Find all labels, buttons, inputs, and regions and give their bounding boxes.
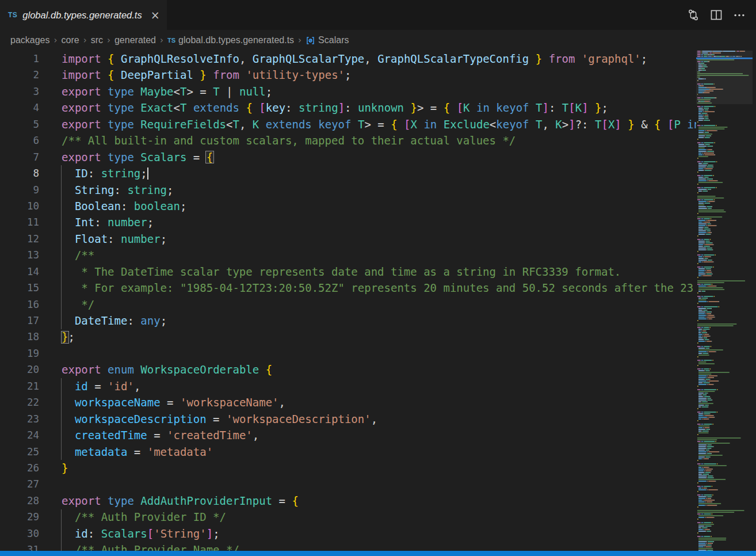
line-number[interactable]: 4 (0, 100, 39, 116)
code-line-4[interactable]: 4export type Exact<T extends { [key: str… (0, 100, 696, 116)
code-token: K (253, 118, 259, 131)
line-number[interactable]: 11 (0, 214, 39, 230)
split-editor-icon[interactable] (709, 7, 724, 22)
code-line-26[interactable]: 26} (0, 460, 696, 476)
code-line-14[interactable]: 14 * The DateTime scalar type represents… (0, 264, 696, 280)
code-line-24[interactable]: 24 createdTime = 'createdTime', (0, 427, 696, 443)
code-token: ; (147, 216, 154, 229)
more-actions-icon[interactable] (732, 7, 747, 22)
symbol-type-icon (306, 36, 315, 45)
code-line-17[interactable]: 17 DateTime: any; (0, 313, 696, 329)
code-token: keyof (318, 118, 351, 131)
code-line-19[interactable]: 19 (0, 345, 696, 361)
line-number[interactable]: 1 (0, 51, 39, 67)
line-number[interactable]: 5 (0, 116, 39, 132)
code-token: < (174, 101, 180, 114)
code-line-18[interactable]: 18}; (0, 329, 696, 345)
code-line-25[interactable]: 25 metadata = 'metadata' (0, 444, 696, 460)
code-line-22[interactable]: 22 workspaceName = 'workspaceName', (0, 394, 696, 410)
line-number[interactable]: 28 (0, 493, 39, 509)
code-token: keyof (496, 118, 529, 131)
code-token: { (108, 68, 114, 81)
breadcrumb-item-generated[interactable]: generated (114, 35, 156, 45)
line-number[interactable]: 13 (0, 247, 39, 263)
line-number[interactable]: 15 (0, 280, 39, 296)
close-icon[interactable]: × (151, 10, 160, 21)
code-token: , (239, 118, 253, 131)
code-token: export (62, 85, 101, 98)
code-line-15[interactable]: 15 * For example: "1985-04-12T23:20:50.5… (0, 280, 696, 296)
code-line-16[interactable]: 16 */ (0, 296, 696, 313)
code-line-6[interactable]: 6/** All built-in and custom scalars, ma… (0, 132, 696, 148)
code-line-9[interactable]: 9 String: string; (0, 182, 696, 198)
code-line-29[interactable]: 29 /** Auth Provider ID */ (0, 509, 696, 525)
line-number[interactable]: 3 (0, 83, 39, 100)
line-text: export type RequireFields<T, K extends k… (62, 116, 696, 132)
line-number[interactable]: 22 (0, 394, 39, 410)
code-line-30[interactable]: 30 id: Scalars['String']; (0, 525, 696, 542)
code-token (114, 68, 121, 81)
tab-global-db-types-generated[interactable]: TS global.db.types.generated.ts × (0, 0, 167, 30)
code-line-23[interactable]: 23 workspaceDescription = 'workspaceDesc… (0, 411, 696, 427)
code-token (589, 101, 595, 114)
code-line-27[interactable]: 27 (0, 476, 696, 492)
line-number[interactable]: 26 (0, 460, 39, 476)
minimap[interactable] (696, 51, 753, 551)
breadcrumb-item-core[interactable]: core (62, 35, 79, 45)
line-number[interactable]: 18 (0, 329, 39, 345)
breadcrumb-label: core (62, 35, 79, 45)
line-number[interactable]: 7 (0, 149, 39, 165)
line-number[interactable]: 29 (0, 509, 39, 525)
line-text: Boolean: boolean; (62, 198, 186, 214)
code-token (134, 494, 140, 507)
code-token: > (417, 101, 423, 114)
code-token: Maybe (140, 85, 173, 98)
line-number[interactable]: 24 (0, 427, 39, 443)
line-number[interactable]: 9 (0, 182, 39, 198)
line-number[interactable]: 12 (0, 231, 39, 247)
breadcrumb-item-global-db-types-generated-ts[interactable]: TSglobal.db.types.generated.ts (167, 35, 294, 45)
line-number[interactable]: 19 (0, 345, 39, 361)
code-editor[interactable]: 1import { GraphQLResolveInfo, GraphQLSca… (0, 51, 696, 556)
code-line-13[interactable]: 13 /** (0, 247, 696, 263)
code-token: , (542, 118, 555, 131)
code-line-8[interactable]: 8 ID: string; (0, 165, 696, 181)
code-token: keyof (496, 101, 529, 114)
code-line-28[interactable]: 28export type AddAuthProviderInput = { (0, 493, 696, 509)
code-line-7[interactable]: 7export type Scalars = { (0, 149, 696, 165)
breadcrumb-item-packages[interactable]: packages (10, 35, 50, 45)
line-number[interactable]: 2 (0, 67, 39, 83)
breadcrumb-item-scalars[interactable]: Scalars (306, 35, 349, 45)
code-line-20[interactable]: 20export enum WorkspaceOrderable { (0, 361, 696, 378)
code-token: workspaceDescription (75, 413, 207, 425)
line-number[interactable]: 30 (0, 525, 39, 542)
breadcrumb-item-src[interactable]: src (91, 35, 103, 45)
code-line-10[interactable]: 10 Boolean: boolean; (0, 198, 696, 214)
code-token (62, 413, 75, 425)
code-token: } (628, 118, 634, 131)
code-token: T (562, 101, 568, 114)
line-number[interactable]: 16 (0, 296, 39, 313)
line-number[interactable]: 8 (0, 165, 39, 181)
line-number[interactable]: 27 (0, 476, 39, 492)
code-token: , (279, 396, 285, 409)
line-number[interactable]: 23 (0, 411, 39, 427)
code-line-11[interactable]: 11 Int: number; (0, 214, 696, 230)
code-line-5[interactable]: 5export type RequireFields<T, K extends … (0, 116, 696, 132)
line-text: } (62, 460, 68, 476)
code-token: | (220, 85, 239, 98)
code-token (239, 101, 246, 114)
line-number[interactable]: 10 (0, 198, 39, 214)
line-number[interactable]: 17 (0, 313, 39, 329)
line-number[interactable]: 25 (0, 444, 39, 460)
line-number[interactable]: 14 (0, 264, 39, 280)
code-line-21[interactable]: 21 id = 'id', (0, 378, 696, 394)
line-number[interactable]: 21 (0, 378, 39, 394)
compare-changes-icon[interactable] (686, 7, 701, 22)
line-number[interactable]: 20 (0, 361, 39, 378)
code-line-1[interactable]: 1import { GraphQLResolveInfo, GraphQLSca… (0, 51, 696, 67)
code-line-2[interactable]: 2import { DeepPartial } from 'utility-ty… (0, 67, 696, 83)
code-line-3[interactable]: 3export type Maybe<T> = T | null; (0, 83, 696, 100)
code-line-12[interactable]: 12 Float: number; (0, 231, 696, 247)
line-number[interactable]: 6 (0, 132, 39, 148)
